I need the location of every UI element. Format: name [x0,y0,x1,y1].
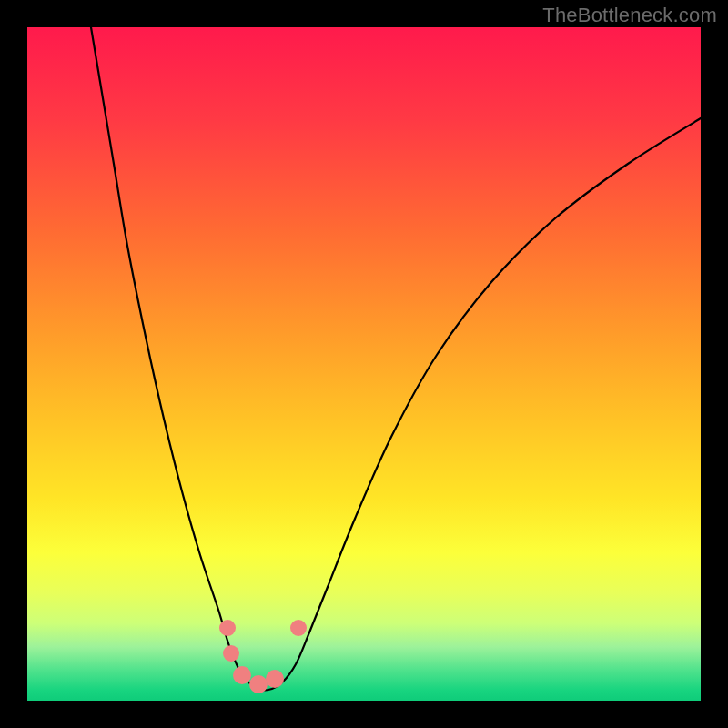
curve-layer [27,27,701,701]
valley-marker-bottom2 [249,675,268,693]
valley-marker-left2 [223,645,239,662]
valley-marker-bottom1 [233,666,251,684]
valley-markers [219,620,307,693]
valley-marker-right [290,620,307,636]
watermark-text: TheBottleneck.com [542,4,717,27]
plot-area [27,27,701,701]
valley-marker-left [219,620,236,636]
bottleneck-curve [91,27,701,690]
valley-marker-bottom3 [266,670,284,688]
chart-frame: TheBottleneck.com [0,0,728,728]
